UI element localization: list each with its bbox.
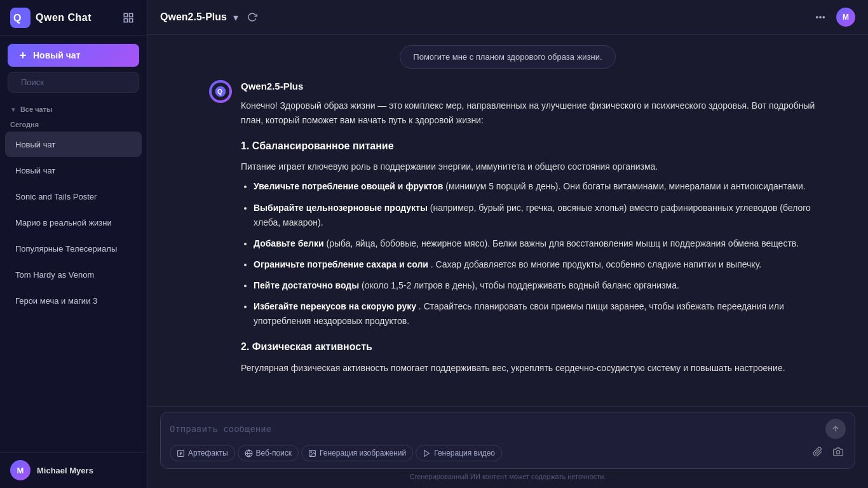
main-content: Qwen2.5-Plus ▾ M Помогите мне с планом з… bbox=[147, 0, 868, 488]
list-item[interactable]: Новый чат ··· bbox=[5, 158, 142, 183]
list-item: Пейте достаточно воды (около 1,5-2 литро… bbox=[254, 278, 832, 293]
section-today-label: Сегодня bbox=[10, 121, 39, 128]
ai-name: Qwen2.5-Plus bbox=[241, 79, 832, 95]
list-item[interactable]: Tom Hardy as Venom ··· bbox=[5, 262, 142, 287]
list-item: Добавьте белки (рыба, яйца, бобовые, неж… bbox=[254, 236, 832, 251]
sidebar-header-icons bbox=[120, 10, 137, 26]
camera-icon bbox=[833, 447, 843, 457]
artifacts-label: Артефакты bbox=[188, 449, 228, 458]
video-gen-icon bbox=[423, 449, 431, 458]
more-options-button[interactable] bbox=[812, 9, 829, 25]
item6-bold: Избегайте перекусов на скорую руку bbox=[254, 301, 416, 311]
topbar-avatar-initials: M bbox=[843, 13, 849, 22]
chat-item-label: Герои меча и магии 3 bbox=[15, 296, 121, 306]
svg-text:Q: Q bbox=[217, 88, 222, 95]
list-item[interactable]: Марио в реальной жизни ··· bbox=[5, 210, 142, 235]
section1-heading: 1. Сбалансированное питание bbox=[241, 138, 832, 154]
send-icon bbox=[831, 424, 840, 433]
svg-rect-4 bbox=[124, 19, 127, 22]
input-actions bbox=[810, 444, 846, 462]
chat-item-label: Популярные Телесериалы bbox=[15, 244, 121, 254]
layout-toggle-button[interactable] bbox=[120, 10, 137, 26]
ai-text: Конечно! Здоровый образ жизни — это комп… bbox=[241, 98, 832, 376]
video-gen-button[interactable]: Генерация видео bbox=[416, 445, 502, 461]
section2-heading: 2. Физическая активность bbox=[241, 339, 832, 355]
video-gen-label: Генерация видео bbox=[434, 449, 495, 458]
disclaimer: Сгенерированный ИИ контент может содержа… bbox=[160, 469, 855, 483]
list-item[interactable]: Новый чат ··· bbox=[5, 132, 142, 157]
user-profile[interactable]: M Michael Myers bbox=[0, 452, 147, 488]
artifacts-button[interactable]: Артефакты bbox=[170, 445, 235, 461]
chat-list: ▼ Все чаты Сегодня Новый чат ··· Новый ч… bbox=[0, 98, 147, 452]
avatar-initials: M bbox=[17, 466, 24, 475]
section2-intro: Регулярная физическая активность помогае… bbox=[241, 361, 832, 376]
chat-item-label: Новый чат bbox=[15, 166, 121, 175]
item2-bold: Выбирайте цельнозерновые продукты bbox=[254, 203, 428, 213]
section-all-chats[interactable]: ▼ Все чаты bbox=[0, 100, 147, 116]
artifacts-icon bbox=[177, 449, 185, 458]
chat-item-label: Новый чат bbox=[15, 140, 121, 149]
list-item: Выбирайте цельнозерновые продукты (напри… bbox=[254, 201, 832, 230]
new-chat-label: Новый чат bbox=[33, 50, 81, 60]
sidebar-header: Q Qwen Chat bbox=[0, 0, 147, 36]
search-input[interactable] bbox=[21, 78, 128, 87]
app-name: Qwen Chat bbox=[36, 12, 92, 24]
svg-point-13 bbox=[817, 17, 818, 18]
sidebar: Q Qwen Chat Новый чат ▼ Все чат bbox=[0, 0, 147, 488]
intro-paragraph: Конечно! Здоровый образ жизни — это комп… bbox=[241, 98, 832, 128]
refresh-model-button[interactable] bbox=[245, 10, 260, 25]
svg-rect-3 bbox=[130, 13, 133, 17]
svg-text:Q: Q bbox=[13, 13, 21, 24]
suggestion-area: Помогите мне с планом здорового образа ж… bbox=[147, 35, 868, 69]
plus-icon bbox=[18, 50, 28, 60]
item1-bold: Увеличьте потребление овощей и фруктов bbox=[254, 181, 443, 191]
model-name: Qwen2.5-Plus bbox=[160, 11, 227, 23]
item3-bold: Добавьте белки bbox=[254, 238, 324, 248]
camera-button[interactable] bbox=[831, 444, 846, 462]
websearch-button[interactable]: Веб-поиск bbox=[238, 445, 299, 461]
section-all-chats-label: Все чаты bbox=[20, 105, 53, 113]
section-today[interactable]: Сегодня bbox=[0, 116, 147, 131]
message-input[interactable] bbox=[170, 423, 820, 436]
svg-point-15 bbox=[823, 17, 824, 18]
topbar-avatar[interactable]: M bbox=[836, 8, 855, 27]
attach-button[interactable] bbox=[810, 444, 825, 462]
svg-rect-5 bbox=[130, 19, 133, 22]
svg-marker-27 bbox=[424, 450, 430, 456]
image-gen-button[interactable]: Генерация изображений bbox=[301, 445, 413, 461]
list-item[interactable]: Популярные Телесериалы ··· bbox=[5, 236, 142, 261]
topbar-left: Qwen2.5-Plus ▾ bbox=[160, 10, 260, 25]
input-row bbox=[170, 419, 846, 439]
more-icon bbox=[815, 11, 826, 23]
send-button[interactable] bbox=[825, 419, 846, 439]
search-box bbox=[8, 72, 139, 93]
item5-bold: Пейте достаточно воды bbox=[254, 280, 359, 290]
list-item: Избегайте перекусов на скорую руку . Ста… bbox=[254, 299, 832, 329]
logo-area: Q Qwen Chat bbox=[10, 8, 92, 28]
list-item[interactable]: Герои меча и магии 3 ··· bbox=[5, 288, 142, 313]
svg-point-28 bbox=[836, 451, 839, 454]
svg-point-14 bbox=[820, 17, 821, 18]
image-gen-label: Генерация изображений bbox=[320, 449, 406, 458]
suggestion-text: Помогите мне с планом здорового образа ж… bbox=[413, 52, 602, 62]
ai-content: Qwen2.5-Plus Конечно! Здоровый образ жиз… bbox=[241, 79, 832, 381]
ai-avatar: Q bbox=[209, 80, 232, 103]
chat-item-label: Sonic and Tails Poster bbox=[15, 192, 121, 201]
svg-rect-2 bbox=[124, 13, 127, 17]
avatar: M bbox=[10, 460, 31, 480]
qwen-logo-icon: Q bbox=[214, 85, 227, 98]
layout-icon bbox=[123, 12, 134, 24]
websearch-label: Веб-поиск bbox=[256, 449, 292, 458]
globe-icon bbox=[245, 449, 253, 458]
suggestion-chip[interactable]: Помогите мне с планом здорового образа ж… bbox=[400, 45, 615, 69]
model-dropdown-button[interactable]: ▾ bbox=[233, 11, 238, 24]
svg-point-26 bbox=[311, 451, 312, 452]
item4-bold: Ограничьте потребление сахара и соли bbox=[254, 259, 428, 269]
image-gen-icon bbox=[308, 449, 316, 458]
new-chat-button[interactable]: Новый чат bbox=[8, 44, 139, 67]
section1-intro: Питание играет ключевую роль в поддержан… bbox=[241, 159, 832, 174]
list-item[interactable]: Sonic and Tails Poster ··· bbox=[5, 184, 142, 209]
ai-message: Q Qwen2.5-Plus Конечно! Здоровый образ ж… bbox=[209, 79, 832, 381]
nutrition-list: Увеличьте потребление овощей и фруктов (… bbox=[241, 179, 832, 329]
input-box: Артефакты Веб-поиск Генерация изображени… bbox=[160, 412, 855, 469]
